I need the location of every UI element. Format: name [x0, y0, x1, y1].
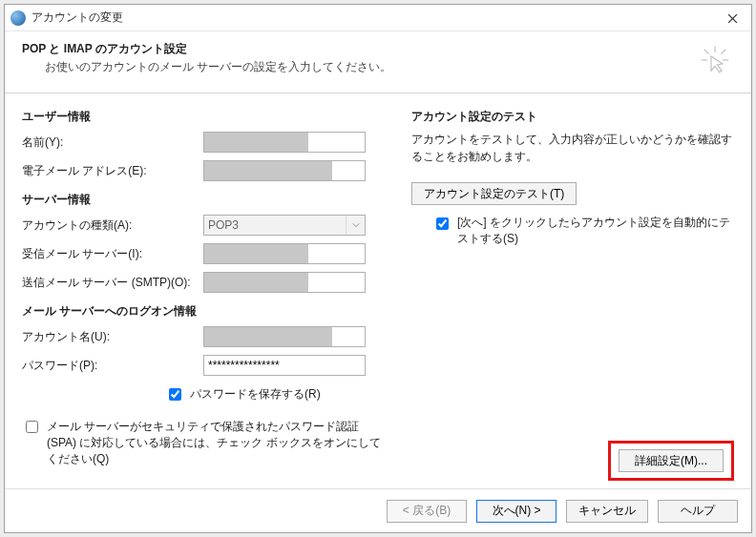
account-type-label: アカウントの種類(A): — [22, 217, 203, 234]
cancel-button[interactable]: キャンセル — [566, 500, 648, 523]
footer: < 戻る(B) 次へ(N) > キャンセル ヘルプ — [5, 488, 751, 532]
globe-icon — [10, 10, 26, 26]
test-account-button[interactable]: アカウント設定のテスト(T) — [411, 182, 577, 205]
save-password-row: パスワードを保存する(R) — [165, 382, 385, 403]
next-button[interactable]: 次へ(N) > — [476, 500, 556, 523]
outgoing-server-input[interactable] — [203, 272, 366, 293]
account-name-label: アカウント名(U): — [22, 329, 203, 345]
account-change-dialog: アカウントの変更 POP と IMAP のアカウント設定 お使いのアカウントのメ… — [4, 4, 752, 533]
save-password-checkbox[interactable] — [169, 388, 181, 401]
test-heading: アカウント設定のテスト — [411, 109, 734, 125]
incoming-label: 受信メール サーバー(I): — [22, 246, 203, 262]
close-button[interactable] — [713, 5, 751, 31]
back-button: < 戻る(B) — [387, 500, 467, 523]
auto-test-checkbox[interactable] — [436, 217, 449, 230]
password-row: パスワード(P): — [22, 354, 385, 377]
account-type-row: アカウントの種類(A): POP3 — [22, 214, 385, 237]
outgoing-row: 送信メール サーバー (SMTP)(O): — [22, 271, 385, 294]
password-label: パスワード(P): — [22, 358, 203, 374]
body: ユーザー情報 名前(Y): 電子メール アドレス(E): サーバー情報 アカウン… — [5, 93, 751, 481]
logon-info-heading: メール サーバーへのログオン情報 — [22, 303, 385, 320]
email-label: 電子メール アドレス(E): — [22, 163, 203, 179]
svg-line-5 — [704, 50, 709, 54]
incoming-row: 受信メール サーバー(I): — [22, 242, 385, 265]
svg-line-6 — [721, 50, 725, 54]
help-button[interactable]: ヘルプ — [658, 500, 738, 523]
spa-label: メール サーバーがセキュリティで保護されたパスワード認証 (SPA) に対応して… — [47, 419, 385, 466]
header-title: POP と IMAP のアカウント設定 — [22, 41, 734, 57]
header-subtitle: お使いのアカウントのメール サーバーの設定を入力してください。 — [45, 59, 734, 75]
spa-row: メール サーバーがセキュリティで保護されたパスワード認証 (SPA) に対応して… — [22, 419, 385, 466]
incoming-server-input[interactable] — [203, 243, 366, 264]
auto-test-label: [次へ] をクリックしたらアカウント設定を自動的にテストする(S) — [457, 215, 734, 247]
test-description: アカウントをテストして、入力内容が正しいかどうかを確認することをお勧めします。 — [411, 131, 734, 165]
header-area: POP と IMAP のアカウント設定 お使いのアカウントのメール サーバーの設… — [5, 31, 751, 93]
close-icon — [727, 13, 738, 24]
email-row: 電子メール アドレス(E): — [22, 159, 385, 182]
titlebar: アカウントの変更 — [5, 5, 751, 31]
save-password-label: パスワードを保存する(R) — [190, 386, 321, 403]
account-type-select: POP3 — [203, 215, 366, 236]
account-name-row: アカウント名(U): — [22, 325, 385, 348]
window-title: アカウントの変更 — [32, 10, 123, 26]
password-input[interactable] — [203, 355, 366, 376]
user-info-heading: ユーザー情報 — [22, 109, 385, 125]
account-name-input[interactable] — [203, 326, 366, 347]
auto-test-row: [次へ] をクリックしたらアカウント設定を自動的にテストする(S) — [432, 215, 734, 247]
name-input[interactable] — [203, 132, 366, 153]
spa-checkbox[interactable] — [26, 421, 38, 433]
advanced-settings-button[interactable]: 詳細設定(M)... — [619, 449, 724, 472]
name-label: 名前(Y): — [22, 134, 203, 151]
cursor-icon — [700, 45, 730, 75]
outgoing-label: 送信メール サーバー (SMTP)(O): — [22, 275, 203, 291]
chevron-down-icon — [346, 216, 365, 235]
right-column: アカウント設定のテスト アカウントをテストして、入力内容が正しいかどうかを確認す… — [411, 107, 734, 481]
email-input[interactable] — [203, 160, 366, 181]
server-info-heading: サーバー情報 — [22, 192, 385, 208]
name-row: 名前(Y): — [22, 131, 385, 154]
account-type-value: POP3 — [208, 218, 239, 232]
left-column: ユーザー情報 名前(Y): 電子メール アドレス(E): サーバー情報 アカウン… — [22, 107, 385, 481]
advanced-settings-highlight: 詳細設定(M)... — [608, 441, 734, 481]
